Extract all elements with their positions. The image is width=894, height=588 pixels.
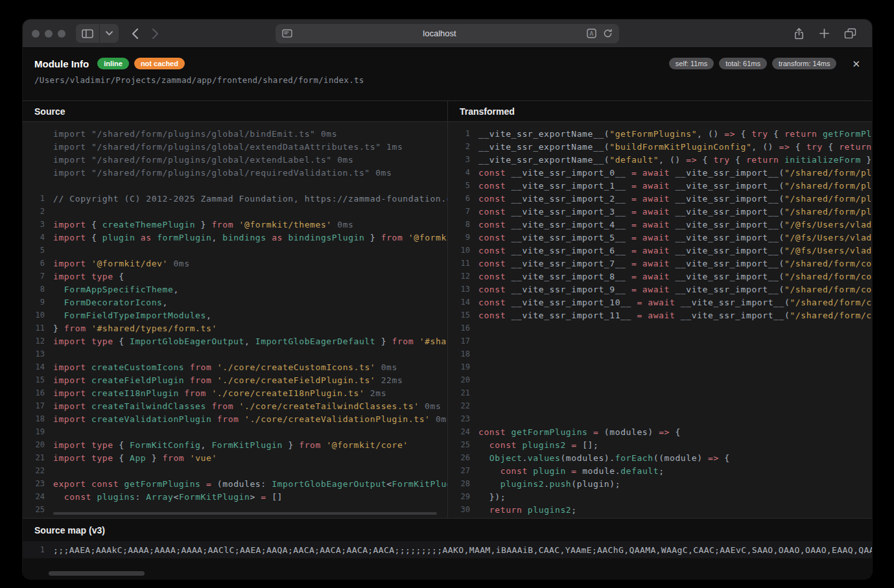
- line-number: 9: [453, 233, 470, 242]
- code-text: const __vite_ssr_import_2__ = await __vi…: [478, 194, 872, 204]
- line-number: 10: [453, 246, 470, 255]
- code-text: FormAppSpecificTheme,: [53, 285, 179, 294]
- metric-total: total: 61ms: [719, 58, 767, 69]
- line-number: 9: [28, 298, 45, 307]
- page-settings-icon[interactable]: [282, 29, 292, 38]
- code-line: 5const __vite_ssr_import_1__ = await __v…: [453, 179, 872, 192]
- new-tab-button[interactable]: [819, 28, 830, 39]
- line-number: 12: [28, 336, 45, 346]
- code-line: 17: [453, 335, 872, 347]
- line-number: 2: [28, 207, 45, 216]
- line-number: 27: [453, 466, 470, 475]
- window-close-button[interactable]: [32, 30, 40, 38]
- code-line: 22: [28, 464, 447, 477]
- code-text: const __vite_ssr_import_0__ = await __vi…: [478, 168, 872, 178]
- code-text: import "/shared/form/plugins/global/exte…: [53, 142, 403, 152]
- code-text: const __vite_ssr_import_5__ = await __vi…: [478, 233, 872, 242]
- code-text: const __vite_ssr_import_11__ = await __v…: [478, 311, 872, 320]
- code-line: 17import createTailwindClasses from './c…: [28, 399, 447, 412]
- code-line: 3__vite_ssr_exportName__("default", () =…: [453, 153, 872, 166]
- code-line: 3import { createThemePlugin } from '@for…: [28, 218, 447, 231]
- code-text: import { plugin as formPlugin, bindings …: [53, 233, 447, 242]
- window-minimize-button[interactable]: [45, 30, 53, 38]
- back-button[interactable]: [132, 28, 139, 40]
- code-line: 6const __vite_ssr_import_2__ = await __v…: [453, 192, 872, 205]
- toolbar-right-cluster: [794, 27, 863, 40]
- close-module-info-button[interactable]: ✕: [852, 59, 860, 69]
- code-line: 8const __vite_ssr_import_4__ = await __v…: [453, 218, 872, 231]
- code-line: 13const __vite_ssr_import_9__ = await __…: [453, 283, 872, 296]
- code-line: 10const __vite_ssr_import_6__ = await __…: [453, 244, 872, 257]
- line-number: 1: [28, 194, 45, 203]
- code-line: import "/shared/form/plugins/global/requ…: [28, 166, 447, 179]
- url-text: localhost: [292, 29, 587, 38]
- line-number: 23: [453, 414, 470, 423]
- line-number: 8: [28, 285, 45, 294]
- tab-overview-button[interactable]: [844, 28, 856, 39]
- desktop: { "colors": { "badge_inline": "#2e9c46",…: [0, 0, 894, 588]
- forward-button[interactable]: [152, 28, 159, 40]
- line-number: 23: [28, 479, 45, 488]
- code-line: 9const __vite_ssr_import_5__ = await __v…: [453, 231, 872, 244]
- module-inspector: Module Info inline not cached self: 11ms…: [23, 48, 872, 579]
- chevron-left-icon: [132, 28, 139, 40]
- line-number: 12: [453, 272, 470, 281]
- line-number: 25: [453, 440, 470, 449]
- line-number: 28: [453, 479, 470, 488]
- window-zoom-button[interactable]: [58, 30, 65, 38]
- line-number: 13: [28, 349, 45, 359]
- share-button[interactable]: [794, 27, 805, 40]
- code-line: 24 const plugins: Array<FormKitPlugin> =…: [28, 490, 447, 503]
- code-text: const plugins: Array<FormKitPlugin> = []: [53, 492, 283, 502]
- code-line: 28 plugins2.push(plugin);: [453, 477, 872, 490]
- line-number: 6: [453, 194, 470, 203]
- module-info-header: Module Info inline not cached self: 11ms…: [23, 48, 872, 100]
- line-number: 11: [28, 323, 45, 333]
- line-number: 16: [453, 323, 470, 333]
- source-code-view[interactable]: import "/shared/form/plugins/global/bind…: [23, 122, 447, 518]
- code-line: 14const __vite_ssr_import_10__ = await _…: [453, 296, 872, 309]
- line-number: 7: [453, 207, 470, 216]
- sourcemap-line: 1 ;;;AAEA;AAAkC;AAAA;AAAA;AAAA;AAClC;AAE…: [23, 541, 872, 558]
- sidebar-toggle-button[interactable]: [76, 24, 119, 43]
- code-line: 11const __vite_ssr_import_7__ = await __…: [453, 257, 872, 270]
- code-line: 23export const getFormPlugins = (modules…: [28, 477, 447, 490]
- metric-transform: transform: 14ms: [772, 58, 836, 69]
- code-text: import type {: [53, 272, 124, 281]
- line-number: 19: [28, 427, 45, 436]
- code-text: const plugin = module.default;: [478, 466, 665, 476]
- transformed-panel-title: Transformed: [448, 101, 872, 122]
- code-line: 18: [453, 347, 872, 360]
- line-number: 10: [28, 311, 45, 320]
- code-line: 19: [28, 425, 447, 438]
- transformed-panel: Transformed 1__vite_ssr_exportName__("ge…: [448, 101, 872, 518]
- line-number: 19: [453, 362, 470, 371]
- code-line: 30 return plugins2;: [453, 503, 872, 516]
- code-line: 6import '@formkit/dev' 0ms: [28, 257, 447, 270]
- transformed-code-view[interactable]: 1__vite_ssr_exportName__("getFormPlugins…: [448, 122, 872, 518]
- code-line: 21import type { App } from 'vue': [28, 451, 447, 464]
- line-number: 1: [28, 545, 45, 554]
- code-line: 15import createFieldPlugin from './core/…: [28, 373, 447, 386]
- source-horizontal-scrollbar[interactable]: [53, 512, 437, 515]
- address-bar[interactable]: localhost A: [276, 24, 619, 43]
- code-line: 7import type {: [28, 270, 447, 283]
- window-horizontal-scrollbar[interactable]: [49, 571, 145, 576]
- reload-button[interactable]: [603, 29, 613, 38]
- code-text: import createI18nPlugin from './core/cre…: [53, 388, 386, 398]
- translate-icon[interactable]: A: [587, 29, 596, 38]
- sourcemap-section: Source map (v3) 1 ;;;AAEA;AAAkC;AAAA;AAA…: [23, 518, 872, 579]
- line-number: 18: [28, 414, 45, 423]
- code-line: import "/shared/form/plugins/global/exte…: [28, 140, 447, 153]
- code-text: __vite_ssr_exportName__("buildFormKitPlu…: [478, 142, 872, 152]
- code-line: 4import { plugin as formPlugin, bindings…: [28, 231, 447, 244]
- code-line: 13: [28, 347, 447, 360]
- metric-self: self: 11ms: [669, 58, 714, 69]
- sidebar-icon: [82, 29, 93, 38]
- divider: [99, 24, 100, 43]
- line-number: 3: [28, 220, 45, 229]
- line-number: 5: [28, 246, 45, 255]
- code-line: 29 });: [453, 490, 872, 503]
- status-badge-inline: inline: [97, 58, 129, 69]
- code-text: import createValidationPlugin from './co…: [53, 414, 447, 424]
